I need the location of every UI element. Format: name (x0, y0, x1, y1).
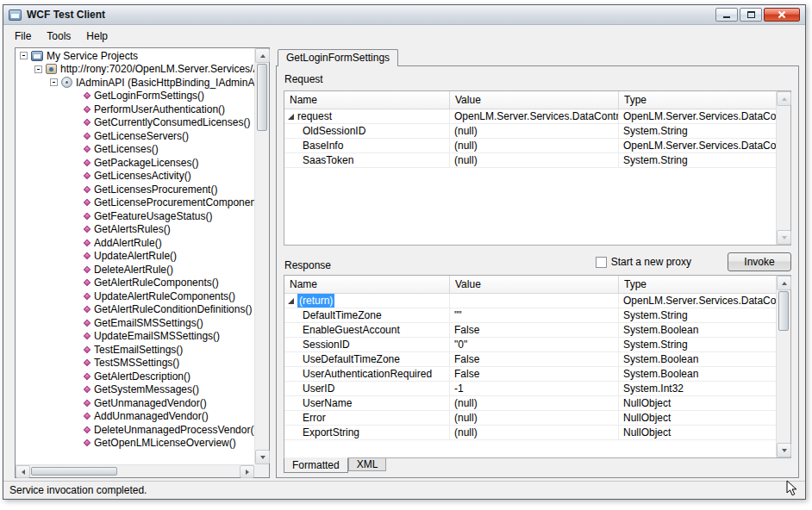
result-name: UseDefaultTimeZone (303, 352, 400, 366)
tree-item-method[interactable]: GetUnmanagedVendor() (16, 396, 254, 410)
column-header-name[interactable]: Name (284, 276, 450, 294)
response-row[interactable]: SessionID "0" System.String (284, 338, 776, 352)
tree-item-root[interactable]: My Service Projects (16, 49, 254, 63)
scroll-left-button[interactable] (16, 465, 30, 478)
scroll-up-button[interactable] (255, 48, 270, 63)
service-projects-icon (31, 51, 43, 61)
tree-item-method[interactable]: TestSMSSettings() (16, 357, 254, 370)
result-name: EnableGuestAccount (303, 323, 400, 337)
result-value: False (450, 323, 619, 338)
tree-item-method[interactable]: UpdateAlertRuleComponents() (16, 289, 254, 303)
result-type: System.String (619, 338, 776, 352)
tree-item-method[interactable]: GetFeatureUsageStatus() (16, 209, 254, 223)
parameter-name: OldSessionID (303, 124, 365, 138)
arrow-down-icon (782, 449, 787, 452)
app-icon[interactable] (9, 9, 22, 21)
request-row[interactable]: request OpenLM.Server.Services.DataContr… (284, 109, 776, 124)
titlebar[interactable]: WCF Test Client (3, 5, 805, 25)
tree-item-method[interactable]: DeleteAlertRule() (16, 263, 254, 277)
menu-help[interactable]: Help (78, 28, 116, 45)
response-row[interactable]: UseDefaultTimeZone False System.Boolean (284, 352, 776, 367)
tree-item-endpoint[interactable]: http://rony:7020/OpenLM.Server.Services/… (16, 63, 254, 77)
parameter-value[interactable]: (null) (450, 153, 619, 168)
tree-item-method[interactable]: GetAlertRuleConditionDefinitions() (16, 303, 254, 317)
request-vertical-scrollbar[interactable] (776, 91, 790, 245)
collapse-expander-icon[interactable] (20, 52, 28, 59)
invoke-button[interactable]: Invoke (728, 252, 791, 271)
tree-item-method[interactable]: GetLicenses() (16, 143, 254, 157)
result-type: NullObject (619, 396, 776, 411)
scroll-down-button[interactable] (777, 443, 791, 457)
tree-item-method[interactable]: GetLicenseProcurementComponents() (16, 196, 254, 210)
menu-file[interactable]: File (7, 28, 39, 45)
scrollbar-thumb[interactable] (257, 64, 267, 131)
response-vertical-scrollbar[interactable] (776, 276, 790, 457)
parameter-name: SaasToken (303, 153, 353, 167)
tree-item-method[interactable]: GetLicensesProcurement() (16, 183, 254, 196)
parameter-value[interactable]: (null) (450, 124, 619, 139)
column-header-name[interactable]: Name (284, 91, 450, 109)
response-row[interactable]: UserName (null) NullObject (284, 396, 776, 411)
close-button[interactable] (764, 8, 800, 22)
column-header-type[interactable]: Type (619, 276, 776, 294)
response-row[interactable]: (return) OpenLM.Server.Services.DataCont… (284, 294, 776, 308)
scroll-right-button[interactable] (240, 465, 254, 478)
collapse-expander-icon[interactable] (34, 65, 42, 73)
request-row[interactable]: BaseInfo (null) OpenLM.Server.Services.D… (284, 139, 776, 153)
tree-item-method[interactable]: AddAlertRule() (16, 236, 254, 250)
scrollbar-thumb[interactable] (778, 291, 789, 331)
scroll-down-button[interactable] (777, 230, 791, 245)
tree-item-method[interactable]: GetCurrentlyConsumedLicenses() (16, 116, 254, 130)
result-value: (null) (450, 411, 619, 426)
tab-xml[interactable]: XML (348, 458, 387, 471)
scroll-up-button[interactable] (777, 91, 791, 106)
request-row[interactable]: OldSessionID (null) System.String (284, 124, 776, 139)
collapse-expander-icon[interactable] (50, 78, 58, 86)
result-name: UserName (303, 396, 352, 410)
request-row[interactable]: SaasToken (null) System.String (284, 153, 776, 168)
tree-item-method[interactable]: GetAlertDescription() (16, 370, 254, 383)
request-grid-body: request OpenLM.Server.Services.DataContr… (284, 109, 776, 168)
tree-horizontal-scrollbar[interactable] (16, 464, 254, 477)
scroll-up-button[interactable] (777, 276, 791, 290)
tree-item-method[interactable]: DeleteUnmanagedProcessVendor() (16, 423, 254, 437)
tree-item-method[interactable]: GetSystemMessages() (16, 383, 254, 397)
tree-item-method[interactable]: UpdateAlertRule() (16, 250, 254, 264)
parameter-value[interactable]: (null) (450, 139, 619, 153)
tree-item-method[interactable]: GetAlertsRules() (16, 223, 254, 237)
tree-item-method[interactable]: GetOpenLMLicenseOverview() (16, 437, 254, 451)
column-header-type[interactable]: Type (619, 91, 776, 109)
column-header-value[interactable]: Value (450, 91, 619, 109)
start-new-proxy-checkbox[interactable] (596, 257, 607, 268)
column-header-value[interactable]: Value (450, 276, 619, 294)
tab-formatted[interactable]: Formatted (284, 457, 348, 473)
row-expander-icon[interactable] (288, 114, 294, 120)
response-row[interactable]: DefaultTimeZone "" System.String (284, 308, 776, 323)
tree-item-method[interactable]: GetLicenseServers() (16, 129, 254, 143)
response-row[interactable]: UserAuthenticationRequired False System.… (284, 367, 776, 382)
tree-item-method[interactable]: GetAlertRuleComponents() (16, 277, 254, 290)
response-row[interactable]: UserID -1 System.Int32 (284, 382, 776, 396)
tree-item-contract[interactable]: IAdminAPI (BasicHttpBinding_IAdminAPI) (16, 76, 254, 90)
request-grid-header: Name Value Type (284, 91, 776, 109)
tab-getloginformsettings[interactable]: GetLoginFormSettings (278, 49, 398, 66)
minimize-button[interactable] (715, 8, 738, 22)
parameter-value[interactable]: OpenLM.Server.Services.DataContracts (450, 109, 619, 124)
tree-item-method[interactable]: AddUnmanagedVendor() (16, 410, 254, 424)
tree-item-method[interactable]: GetLicensesActivity() (16, 170, 254, 183)
tree-item-method[interactable]: PerformUserAuthentication() (16, 103, 254, 116)
response-row[interactable]: EnableGuestAccount False System.Boolean (284, 323, 776, 338)
tree-item-method[interactable]: GetLoginFormSettings() (16, 90, 254, 103)
scroll-down-button[interactable] (255, 450, 270, 464)
tree-item-method[interactable]: TestEmailSettings() (16, 343, 254, 357)
tree-item-method[interactable]: GetPackageLicenses() (16, 156, 254, 170)
tree-item-method[interactable]: UpdateEmailSMSSettings() (16, 330, 254, 344)
menu-tools[interactable]: Tools (39, 28, 78, 45)
tree-vertical-scrollbar[interactable] (254, 48, 269, 464)
tree-item-method[interactable]: GetEmailSMSSettings() (16, 316, 254, 330)
maximize-button[interactable] (740, 8, 762, 22)
response-row[interactable]: Error (null) NullObject (284, 411, 776, 426)
row-expander-icon[interactable] (288, 298, 294, 304)
scrollbar-thumb[interactable] (31, 467, 117, 476)
response-row[interactable]: ExportString (null) NullObject (284, 426, 776, 440)
